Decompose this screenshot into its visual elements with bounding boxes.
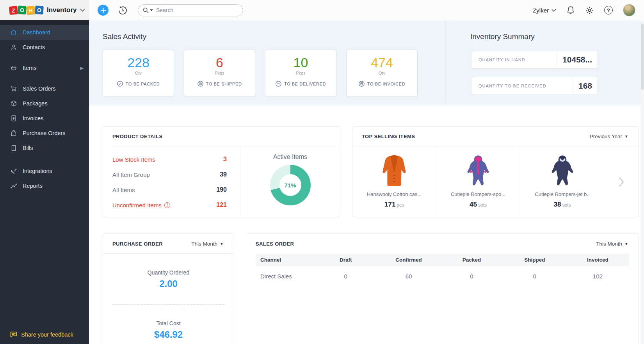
purchase-order-period-dropdown[interactable]: This Month▼ <box>191 241 224 247</box>
share-feedback-link[interactable]: Share your feedback <box>10 332 73 338</box>
sidebar-item-purchase-orders[interactable]: Purchase Orders <box>0 126 89 141</box>
sidebar-item-items[interactable]: Items ▶ <box>0 61 89 75</box>
to-be-delivered-card[interactable]: 10 Pkgs TO BE DELIVERED <box>265 50 336 97</box>
history-icon <box>118 5 128 15</box>
sales-order-period-dropdown[interactable]: This Month▼ <box>596 241 628 247</box>
metric-label: TO BE DELIVERED <box>284 82 326 86</box>
sidebar-item-reports[interactable]: Reports <box>0 178 89 193</box>
org-switcher[interactable]: Zylker <box>533 7 556 14</box>
total-cost-metric: Total Cost $46.92 <box>103 320 234 340</box>
item-group-row: All Item Group 39 <box>112 170 227 179</box>
metric-value: $46.92 <box>103 329 234 340</box>
metric-unit: Pkgs <box>184 71 255 75</box>
user-avatar[interactable] <box>623 4 635 16</box>
recent-history-button[interactable] <box>118 5 128 15</box>
sales-activity-title: Sales Activity <box>103 32 146 41</box>
sidebar: Dashboard Contacts Items ▶ Sales Orders <box>0 20 89 344</box>
sidebar-item-sales-orders[interactable]: Sales Orders <box>0 81 89 96</box>
sidebar-item-label: Sales Orders <box>23 86 56 92</box>
sidebar-item-label: Integrations <box>23 168 52 174</box>
shipped-cell: 0 <box>503 273 566 280</box>
chevron-down-icon <box>80 9 85 12</box>
caret-down-icon: ▼ <box>624 134 628 139</box>
sidebar-item-label: Invoices <box>23 115 43 121</box>
to-be-packed-card[interactable]: 228 Qty TO BE PACKED <box>103 50 174 97</box>
carousel-next-button[interactable] <box>604 146 639 217</box>
caret-down-icon: ▼ <box>624 242 628 246</box>
metric-value: 10 <box>265 55 336 70</box>
sidebar-item-invoices[interactable]: Invoices <box>0 111 89 126</box>
column-header: Packed <box>440 257 503 263</box>
summary-band: Sales Activity 228 Qty TO BE PACKED 6 Pk… <box>89 20 644 105</box>
quick-create-button[interactable] <box>98 5 109 16</box>
receipt-icon <box>10 144 17 152</box>
bell-icon <box>566 5 575 15</box>
help-icon: ? <box>604 6 613 14</box>
sidebar-item-dashboard[interactable]: Dashboard <box>0 25 89 40</box>
confirmed-cell: 60 <box>377 273 440 280</box>
packed-cell: 0 <box>440 273 503 280</box>
invoiced-cell: 102 <box>566 273 629 280</box>
item-name: Cutiepie Rompers-spo... <box>436 191 520 197</box>
donut-center-label: 71% <box>284 182 296 189</box>
metric-value: 2.00 <box>103 278 234 289</box>
column-header: Draft <box>314 257 377 263</box>
inventory-summary-title: Inventory Summary <box>470 32 535 41</box>
warning-icon: ! <box>164 202 170 208</box>
settings-button[interactable] <box>585 6 594 15</box>
top-selling-items-card: TOP SELLING ITEMS Previous Year▼ Hanswo <box>352 126 639 217</box>
active-items-chart: Active Items 71% <box>240 146 340 217</box>
low-stock-link[interactable]: Low Stock Items <box>112 156 155 163</box>
topbar-actions: Zylker <box>89 0 644 20</box>
row-value: 190 <box>216 186 227 193</box>
low-stock-row: Low Stock Items 3 <box>112 155 227 164</box>
logo-tile: H <box>26 6 35 14</box>
scrollbar-thumb[interactable] <box>641 23 644 90</box>
top-item-1[interactable]: Hanswooly Cotton cas... 171pcs <box>352 146 436 217</box>
top-item-2[interactable]: Cutiepie Rompers-spo... 45sets <box>436 146 520 217</box>
all-item-group-link[interactable]: All Item Group <box>112 171 150 178</box>
scrollbar-track <box>640 20 644 344</box>
column-header: Invoiced <box>566 257 629 263</box>
metric-value: 228 <box>103 55 174 70</box>
notifications-button[interactable] <box>566 5 575 15</box>
help-button[interactable]: ? <box>604 6 613 14</box>
global-search[interactable] <box>138 4 243 16</box>
column-header: Shipped <box>503 257 566 263</box>
purchase-order-card: PURCHASE ORDER This Month▼ Quantity Orde… <box>103 233 234 344</box>
summary-label: QUANTITY IN HAND <box>471 57 557 62</box>
invoice-icon <box>10 115 17 122</box>
quantity-to-be-received-box: QUANTITY TO BE RECEIVED 168 <box>471 77 598 95</box>
item-image-navy-romper <box>520 150 604 188</box>
check-circle-icon <box>117 81 123 87</box>
item-image-cardigan <box>352 150 436 188</box>
top-item-3[interactable]: Cutiepie Rompers-jet b.. 38sets <box>520 146 604 217</box>
all-items-link[interactable]: All Items <box>112 187 135 193</box>
top-selling-period-dropdown[interactable]: Previous Year▼ <box>590 134 628 139</box>
sales-order-title: SALES ORDER <box>256 241 294 247</box>
invoice-circle-icon <box>359 81 365 87</box>
to-be-shipped-card[interactable]: 6 Pkgs TO BE SHIPPED <box>184 50 255 97</box>
search-input[interactable] <box>156 7 230 13</box>
sidebar-item-label: Packages <box>23 100 48 107</box>
sales-activity-cards: 228 Qty TO BE PACKED 6 Pkgs <box>103 50 418 97</box>
sidebar-item-label: Bills <box>23 145 33 151</box>
package-box-icon <box>10 100 17 107</box>
sidebar-item-contacts[interactable]: Contacts <box>0 40 89 55</box>
feedback-bubble-icon <box>10 332 21 338</box>
to-be-invoiced-card[interactable]: 474 Qty TO BE INVOICED <box>346 50 418 97</box>
app-switcher[interactable]: Z O H O Inventory <box>0 0 89 20</box>
submenu-arrow-icon: ▶ <box>80 66 84 71</box>
sidebar-item-bills[interactable]: Bills <box>0 141 89 155</box>
row-value: 3 <box>223 156 227 163</box>
sidebar-item-integrations[interactable]: Integrations <box>0 164 89 178</box>
sales-order-card: SALES ORDER This Month▼ Channel Draft Co… <box>246 233 639 344</box>
person-icon <box>10 44 17 51</box>
item-quantity: 45sets <box>436 201 520 209</box>
sidebar-item-packages[interactable]: Packages <box>0 96 89 111</box>
item-image-purple-romper <box>436 150 520 188</box>
product-details-title: PRODUCT DETAILS <box>112 134 163 139</box>
unconfirmed-items-link[interactable]: Unconfirmed Items ! <box>112 202 170 209</box>
purchase-order-title: PURCHASE ORDER <box>112 241 163 247</box>
search-icon[interactable] <box>143 7 153 13</box>
